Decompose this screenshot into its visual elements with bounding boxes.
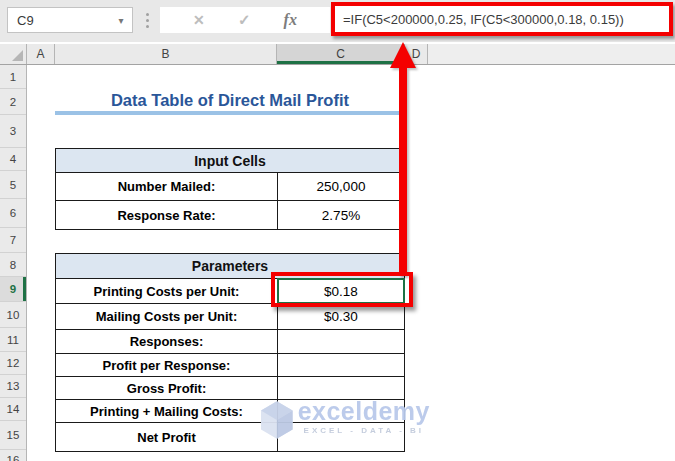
table-row: Gross Profit: (56, 376, 404, 399)
section-header-parameters[interactable]: Parameters (56, 254, 404, 278)
table-row: Printing + Mailing Costs: (56, 399, 404, 422)
row-header-16[interactable]: 16 (0, 450, 26, 461)
cell-C5[interactable]: 250,000 (278, 173, 404, 200)
row-header-11[interactable]: 11 (0, 328, 26, 352)
row-header-6[interactable]: 6 (0, 199, 26, 228)
table-row: Mailing Costs per Unit:$0.30 (56, 303, 404, 329)
table-row: Response Rate:2.75% (56, 200, 404, 229)
cell-C11[interactable] (278, 330, 404, 353)
section-header-input-cells[interactable]: Input Cells (56, 149, 404, 172)
column-header-C[interactable]: C (277, 44, 405, 64)
row-header-7[interactable]: 7 (0, 228, 26, 253)
formula-buttons-panel: ✕ ✓ fx (160, 7, 330, 33)
cell-B10[interactable]: Mailing Costs per Unit: (56, 304, 278, 329)
formula-bar-highlight-box: =IF(C5<200000,0.25, IF(C5<300000,0.18, 0… (331, 2, 673, 36)
enter-icon[interactable]: ✓ (238, 11, 251, 29)
table-row: Printing Costs per Unit:$0.18 (56, 278, 404, 303)
cell-C6[interactable]: 2.75% (278, 201, 404, 229)
excel-window: C9 ▾ ✕ ✓ fx =IF(C5<200000,0.25, IF(C5<30… (0, 0, 675, 461)
cell-B6[interactable]: Response Rate: (56, 201, 278, 229)
row-header-5[interactable]: 5 (0, 171, 26, 199)
cell-sheet-title[interactable]: Data Table of Direct Mail Profit (55, 89, 405, 115)
row-header-10[interactable]: 10 (0, 302, 26, 328)
cell-C10[interactable]: $0.30 (278, 304, 404, 329)
row-header-8[interactable]: 8 (0, 253, 26, 277)
insert-function-icon[interactable]: fx (284, 11, 297, 29)
row-header-1[interactable]: 1 (0, 65, 26, 89)
cell-B13[interactable]: Gross Profit: (56, 377, 278, 399)
select-all-corner[interactable] (0, 44, 27, 64)
column-header-filler (428, 44, 675, 64)
toolbar-grip-icon (146, 13, 149, 28)
cell-B12[interactable]: Profit per Response: (56, 354, 278, 376)
formula-toolbar: C9 ▾ ✕ ✓ fx =IF(C5<200000,0.25, IF(C5<30… (0, 0, 675, 42)
formula-bar-input[interactable]: =IF(C5<200000,0.25, IF(C5<300000,0.18, 0… (335, 12, 624, 27)
row-header-13[interactable]: 13 (0, 375, 26, 398)
row-header-2[interactable]: 2 (0, 89, 26, 115)
column-header-A[interactable]: A (27, 44, 55, 64)
row-header-strip: 12345678910111213141516 (0, 65, 27, 461)
row-header-9[interactable]: 9 (0, 277, 26, 302)
input-cells-table: Input CellsNumber Mailed:250,000Response… (55, 148, 405, 230)
row-header-4[interactable]: 4 (0, 148, 26, 171)
cell-B9[interactable]: Printing Costs per Unit: (56, 279, 278, 303)
cell-C15[interactable] (278, 423, 404, 451)
cell-B14[interactable]: Printing + Mailing Costs: (56, 400, 278, 422)
column-header-strip: ABCD (0, 44, 675, 65)
row-header-14[interactable]: 14 (0, 398, 26, 421)
cell-C12[interactable] (278, 354, 404, 376)
name-box[interactable]: C9 ▾ (7, 7, 133, 33)
row-header-15[interactable]: 15 (0, 421, 26, 450)
cell-B15[interactable]: Net Profit (56, 423, 278, 451)
cell-B11[interactable]: Responses: (56, 330, 278, 353)
cancel-icon[interactable]: ✕ (193, 12, 205, 28)
column-header-D[interactable]: D (405, 44, 428, 64)
name-box-value[interactable]: C9 (8, 13, 110, 28)
cell-C9[interactable]: $0.18 (278, 279, 404, 303)
name-box-dropdown-icon[interactable]: ▾ (110, 15, 132, 26)
parameters-table: ParametersPrinting Costs per Unit:$0.18M… (55, 253, 405, 452)
table-row: Profit per Response: (56, 353, 404, 376)
row-header-12[interactable]: 12 (0, 352, 26, 375)
table-row: Net Profit (56, 422, 404, 451)
column-header-B[interactable]: B (55, 44, 277, 64)
row-header-3[interactable]: 3 (0, 115, 26, 148)
table-row: Responses: (56, 329, 404, 353)
cell-B5[interactable]: Number Mailed: (56, 173, 278, 200)
cell-C14[interactable] (278, 400, 404, 422)
table-row: Number Mailed:250,000 (56, 172, 404, 200)
cell-C13[interactable] (278, 377, 404, 399)
